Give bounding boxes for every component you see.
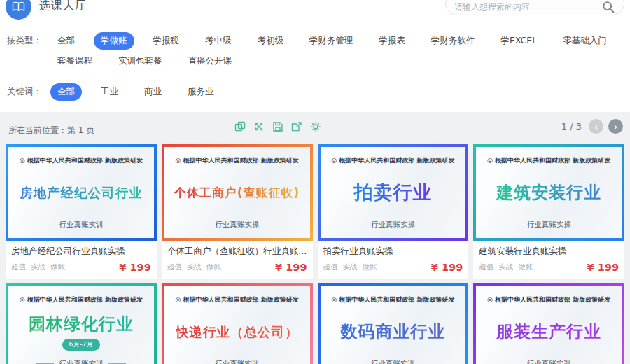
card-price: ¥ 199 <box>431 262 463 273</box>
filter-type-label: 按类型： <box>7 35 50 47</box>
tag: 超值 <box>323 262 338 272</box>
page-title: 选课大厅 <box>39 0 87 13</box>
pagination: 1 / 3 ‹ › <box>561 119 623 134</box>
cover-subtitle: 行业真账实训 <box>504 359 594 364</box>
course-title: 服装生产行业 <box>496 321 601 343</box>
cover-subtitle: 行业真账实训 <box>36 220 126 230</box>
card-price: ¥ 199 <box>119 262 150 273</box>
expand-icon[interactable] <box>253 120 265 133</box>
settings-icon[interactable] <box>309 120 322 133</box>
filter-item[interactable]: 学财务软件 <box>424 32 482 50</box>
filter-item[interactable]: 零基础入门 <box>556 32 614 50</box>
card-cover: ◎ 根据中华人民共和国财政部 新版政策研发 个体工商户(查账征收) 行业真账实操 <box>162 144 313 241</box>
prev-page-button[interactable]: ‹ <box>589 119 603 134</box>
card-caption: 房地产经纪公司行业真账实操 <box>11 246 151 258</box>
cover-subtitle: 行业真账实操 <box>348 220 438 230</box>
filter-item[interactable]: 商业 <box>137 83 169 101</box>
card-info: 拍卖行业真账实操 超值实战做账 ¥ 199 <box>318 241 469 279</box>
course-card[interactable]: ◎ 根据中华人民共和国财政部 新版政策研发 个体工商户(查账征收) 行业真账实操… <box>162 144 313 279</box>
course-card[interactable]: ◎ 根据中华人民共和国财政部 新版政策研发 数码商业行业 行业真账实训 <box>318 284 469 364</box>
course-card[interactable]: ◎ 根据中华人民共和国财政部 新版政策研发 房地产经纪公司行业 行业真账实训 房… <box>6 144 157 279</box>
filter-item[interactable]: 全部 <box>50 32 82 50</box>
cover-toolbar <box>234 120 322 133</box>
cover-subtitle: 行业真账实训 <box>192 359 282 364</box>
filter-item[interactable]: 考注会 <box>626 32 630 50</box>
filter-keyword-label: 关键词： <box>7 86 50 98</box>
tag: 做账 <box>206 262 221 272</box>
filter-item[interactable]: 学EXCEL <box>494 32 545 50</box>
policy-line: ◎ 根据中华人民共和国财政部 新版政策研发 <box>331 295 454 304</box>
page-header: 选课大厅 <box>0 0 630 25</box>
tag: 实战 <box>343 262 358 272</box>
course-title: 快递行业（总公司） <box>176 323 299 341</box>
page-indicator: 1 / 3 <box>561 121 582 132</box>
filter-panel: 按类型： 全部学做账学报税考中级考初级学财务管理学报表学财务软件学EXCEL零基… <box>0 25 630 112</box>
card-cover: ◎ 根据中华人民共和国财政部 新版政策研发 数码商业行业 行业真账实训 <box>318 284 469 364</box>
search-icon[interactable] <box>602 1 615 14</box>
filter-item[interactable]: 学报表 <box>372 32 413 50</box>
card-caption: 建筑安装行业真账实操 <box>479 246 619 258</box>
share-icon[interactable] <box>290 120 303 133</box>
course-content-area: 所在当前位置：第 1 页 <box>0 112 630 364</box>
filter-item[interactable]: 考初级 <box>251 32 291 50</box>
card-cover: ◎ 根据中华人民共和国财政部 新版政策研发 房地产经纪公司行业 行业真账实训 <box>6 144 157 241</box>
filter-item[interactable]: 学做账 <box>94 32 134 50</box>
save-icon[interactable] <box>272 120 284 133</box>
filter-item[interactable]: 服务业 <box>181 83 221 101</box>
card-info: 房地产经纪公司行业真账实操 超值实战做账 ¥ 199 <box>6 241 157 279</box>
card-info: 建筑安装行业真账实操 超值实战做账 ¥ 199 <box>473 241 624 279</box>
next-page-button[interactable]: › <box>608 119 623 134</box>
filter-item[interactable]: 工业 <box>94 83 125 101</box>
tag: 做账 <box>518 262 533 272</box>
filter-item[interactable]: 学财务管理 <box>302 32 360 50</box>
course-card[interactable]: ◎ 根据中华人民共和国财政部 新版政策研发 建筑安装行业 行业真账实操 建筑安装… <box>473 144 624 279</box>
card-caption: 个体工商户（查账征收）行业真账... <box>167 246 307 258</box>
filter-item[interactable]: 实训包套餐 <box>111 52 169 70</box>
location-text: 所在当前位置：第 1 页 <box>8 125 94 136</box>
filter-keyword-row: 全部工业商业服务业 <box>50 83 221 101</box>
filter-item[interactable]: 全部 <box>50 83 82 101</box>
window-icon[interactable] <box>234 120 246 133</box>
filter-item[interactable]: 学报税 <box>146 32 187 50</box>
card-price: ¥ 199 <box>587 262 619 273</box>
course-card[interactable]: ◎ 根据中华人民共和国财政部 新版政策研发 快递行业（总公司） 行业真账实训 <box>162 284 313 364</box>
course-card[interactable]: ◎ 根据中华人民共和国财政部 新版政策研发 服装生产行业 行业真账实训 <box>473 284 624 364</box>
tag: 做账 <box>363 262 377 272</box>
card-cover: ◎ 根据中华人民共和国财政部 新版政策研发 服装生产行业 行业真账实训 <box>473 284 624 364</box>
card-tags: 超值实战做账 <box>11 262 65 272</box>
content-topbar: 所在当前位置：第 1 页 <box>6 112 624 144</box>
policy-line: ◎ 根据中华人民共和国财政部 新版政策研发 <box>176 295 299 304</box>
tag: 实战 <box>31 262 46 272</box>
tag: 超值 <box>11 262 26 272</box>
card-cover: ◎ 根据中华人民共和国财政部 新版政策研发 建筑安装行业 行业真账实操 <box>473 144 624 241</box>
search-box <box>445 0 624 15</box>
course-title: 拍卖行业 <box>354 180 432 205</box>
divider <box>7 76 623 76</box>
filter-item[interactable]: 考中级 <box>198 32 239 50</box>
tag: 做账 <box>50 262 65 272</box>
course-title: 园林绿化行业 <box>29 313 134 335</box>
date-badge: 6月-7月 <box>62 339 101 351</box>
cover-subtitle: 行业真账实操 <box>192 220 282 230</box>
course-card[interactable]: ◎ 根据中华人民共和国财政部 新版政策研发 园林绿化行业 6月-7月 行业真账实… <box>6 284 157 364</box>
filter-item[interactable]: 套餐课程 <box>50 52 99 70</box>
card-tags: 超值实战做账 <box>323 262 377 272</box>
policy-line: ◎ 根据中华人民共和国财政部 新版政策研发 <box>487 295 610 304</box>
card-tags: 超值实战做账 <box>167 262 221 272</box>
card-cover: ◎ 根据中华人民共和国财政部 新版政策研发 拍卖行业 行业真账实操 <box>318 144 469 241</box>
search-input[interactable] <box>454 0 602 12</box>
course-title: 房地产经纪公司行业 <box>20 184 143 202</box>
tag: 实战 <box>498 262 513 272</box>
course-title: 个体工商户(查账征收) <box>174 185 300 201</box>
tag: 超值 <box>479 262 493 272</box>
filter-item[interactable]: 直播公开课 <box>181 52 239 70</box>
book-icon <box>6 0 31 20</box>
course-card[interactable]: ◎ 根据中华人民共和国财政部 新版政策研发 拍卖行业 行业真账实操 拍卖行业真账… <box>318 144 469 279</box>
policy-line: ◎ 根据中华人民共和国财政部 新版政策研发 <box>331 156 454 165</box>
cover-subtitle: 行业真账实操 <box>504 220 594 230</box>
course-title: 建筑安装行业 <box>496 181 601 204</box>
policy-line: ◎ 根据中华人民共和国财政部 新版政策研发 <box>20 156 143 165</box>
card-caption: 拍卖行业真账实操 <box>323 246 463 258</box>
tag: 超值 <box>167 262 182 272</box>
tag: 实战 <box>187 262 202 272</box>
